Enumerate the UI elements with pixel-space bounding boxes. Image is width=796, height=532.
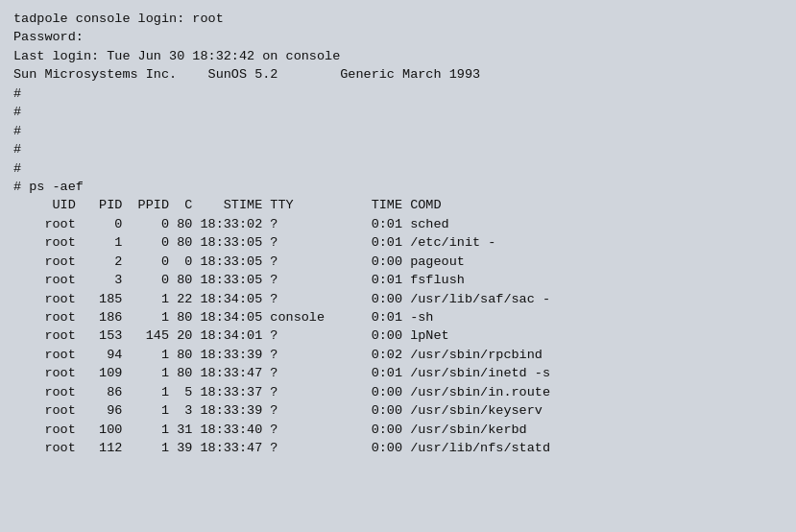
terminal-line-17: root 153 145 20 18:34:01 ? 0:00 lpNet — [13, 326, 783, 345]
terminal-line-14: root 3 0 80 18:33:05 ? 0:01 fsflush — [13, 271, 783, 289]
terminal-line-7: # — [13, 140, 783, 158]
terminal-line-5: # — [13, 103, 783, 121]
terminal-line-11: root 0 0 80 18:33:02 ? 0:01 sched — [13, 215, 783, 233]
terminal-line-15: root 185 1 22 18:34:05 ? 0:00 /usr/lib/s… — [13, 290, 783, 308]
terminal-line-10: UID PID PPID C STIME TTY TIME COMD — [13, 196, 783, 214]
terminal-line-19: root 109 1 80 18:33:47 ? 0:01 /usr/sbin/… — [13, 364, 783, 382]
terminal-line-4: # — [13, 85, 783, 103]
terminal-line-1: Password: — [13, 28, 783, 46]
terminal-line-20: root 86 1 5 18:33:37 ? 0:00 /usr/sbin/in… — [13, 383, 783, 401]
terminal-line-18: root 94 1 80 18:33:39 ? 0:02 /usr/sbin/r… — [13, 346, 783, 364]
terminal-line-8: # — [13, 159, 783, 178]
terminal-line-12: root 1 0 80 18:33:05 ? 0:01 /etc/init - — [13, 233, 783, 252]
terminal-window: tadpole console login: rootPassword:Last… — [0, 0, 796, 532]
terminal-line-3: Sun Microsystems Inc. SunOS 5.2 Generic … — [13, 65, 783, 84]
terminal-line-21: root 96 1 3 18:33:39 ? 0:00 /usr/sbin/ke… — [13, 401, 783, 420]
terminal-line-2: Last login: Tue Jun 30 18:32:42 on conso… — [13, 47, 783, 65]
terminal-line-0: tadpole console login: root — [13, 10, 783, 28]
terminal-line-22: root 100 1 31 18:33:40 ? 0:00 /usr/sbin/… — [13, 421, 783, 439]
terminal-line-9: # ps -aef — [13, 178, 783, 196]
terminal-line-6: # — [13, 122, 783, 140]
terminal-line-13: root 2 0 0 18:33:05 ? 0:00 pageout — [13, 253, 783, 271]
terminal-output: tadpole console login: rootPassword:Last… — [13, 10, 783, 458]
terminal-line-16: root 186 1 80 18:34:05 console 0:01 -sh — [13, 308, 783, 326]
terminal-line-23: root 112 1 39 18:33:47 ? 0:00 /usr/lib/n… — [13, 439, 783, 457]
